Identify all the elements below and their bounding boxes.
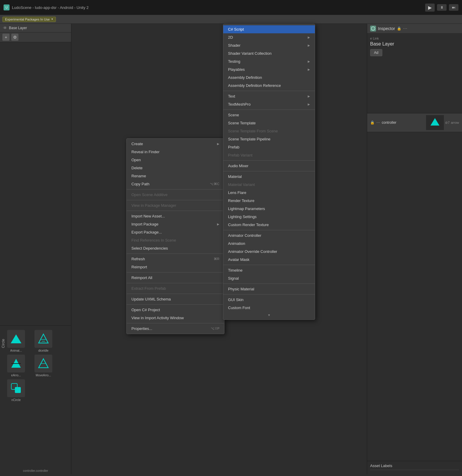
context-menu-item-viewpackage: View in Package Manager — [127, 201, 224, 209]
context-menu-item-create[interactable]: Create — [127, 140, 224, 148]
context-menu-item-importnew[interactable]: Import New Asset... — [127, 212, 224, 220]
context-menu-item-delete[interactable]: Delete — [127, 164, 224, 172]
separator — [127, 323, 224, 323]
context-menu-item-assemblydef[interactable]: Assembly Definition — [223, 73, 315, 82]
svg-marker-5 — [39, 359, 48, 368]
context-menu-item-open[interactable]: Open — [127, 156, 224, 164]
context-menu-item-reveal[interactable]: Reveal in Finder — [127, 148, 224, 156]
context-menu-item-avatarmask[interactable]: Avatar Mask — [223, 256, 315, 264]
context-menu-item-scene[interactable]: Scene — [223, 111, 315, 119]
inspector-icon: i — [370, 26, 376, 32]
context-menu-item-updateuxml[interactable]: Update UXML Schema — [127, 295, 224, 303]
context-menu-item-audiomixer[interactable]: Audio Mixer — [223, 162, 315, 170]
context-menu-item-csharp[interactable]: C# Script — [223, 25, 315, 33]
move-arrow-icon — [10, 358, 22, 369]
inspector-panel: i Inspector 🔒 ⋯ e Link Base Layer Ad — [367, 24, 462, 474]
context-menu-item-scenetemplate[interactable]: Scene Template — [223, 119, 315, 127]
list-item[interactable]: MoveArro... — [32, 355, 55, 377]
pause-button[interactable]: ⏸ — [437, 4, 447, 11]
context-menu-item-rename[interactable]: Rename — [127, 172, 224, 180]
lock-icon[interactable]: 🔒 — [370, 120, 375, 125]
lines-triangle-icon — [37, 333, 49, 345]
more-options-icon[interactable]: ⋯ — [403, 26, 407, 31]
context-menu-item-shadervariant[interactable]: Shader Variant Collection — [223, 49, 315, 57]
context-menu-item-rendertexture[interactable]: Render Texture — [223, 197, 315, 205]
context-menu-item-testing[interactable]: Testing — [223, 57, 315, 65]
context-menu-item-textmeshpro[interactable]: TextMeshPro — [223, 100, 315, 108]
next-button[interactable]: ⏭ — [449, 4, 458, 11]
context-menu-item-refresh[interactable]: Refresh ⌘R — [127, 255, 224, 263]
context-menu-item-lensflare[interactable]: Lens Flare — [223, 189, 315, 197]
separator — [127, 189, 224, 190]
list-item[interactable]: eArro... — [4, 355, 28, 377]
asset-label: nCircle — [11, 398, 21, 402]
right-panel: i Inspector 🔒 ⋯ e Link Base Layer Ad 🔒 ⋯… — [71, 24, 462, 474]
context-menu-item-playables[interactable]: Playables — [223, 65, 315, 73]
window-title: LudoScene - ludo-app-dsr - Android - Uni… — [12, 5, 89, 10]
context-menu-item-scenetemplatepipeline[interactable]: Scene Template Pipeline — [223, 135, 315, 143]
separator — [127, 304, 224, 305]
add-state-button[interactable]: + — [2, 34, 10, 41]
dots-icon[interactable]: ⋯ — [376, 120, 380, 125]
context-menu-item-lightmapparams[interactable]: Lightmap Parameters — [223, 205, 315, 213]
separator — [223, 294, 315, 295]
separator — [127, 211, 224, 211]
context-menu-item-animatoroverride[interactable]: Animator Override Controller — [223, 248, 315, 256]
controller-title: controller — [382, 120, 396, 125]
context-menu-item-2d[interactable]: 2D — [223, 33, 315, 41]
list-item[interactable]: Animat... — [4, 330, 28, 352]
add-button[interactable]: Ad — [370, 49, 382, 56]
main-layout: 👁 Base Layer + ⚙ Animat... — [0, 24, 462, 474]
animator-toolbar: + ⚙ — [0, 32, 71, 42]
list-item[interactable]: nCircle — [4, 379, 28, 402]
context-menu-item-lightingsettings[interactable]: Lighting Settings — [223, 213, 315, 221]
separator — [127, 283, 224, 283]
controller-thumb-area: ⊘7 arrow — [426, 115, 459, 130]
context-menu-item-reimport[interactable]: Reimport — [127, 263, 224, 271]
context-menu-item-timeline[interactable]: Timeline — [223, 266, 315, 274]
context-menu-item-copypath[interactable]: Copy Path ⌥⌘C — [127, 180, 224, 188]
context-menu-item-prefab[interactable]: Prefab — [223, 143, 315, 151]
svg-text:i: i — [373, 27, 373, 30]
context-menu-item-importpkg[interactable]: Import Package — [127, 220, 224, 228]
context-menu-item-animatorcontroller[interactable]: Animator Controller — [223, 231, 315, 239]
circle-label: Circle — [0, 338, 7, 349]
experimental-packages-button[interactable]: Experimental Packages In Use — [2, 17, 56, 22]
separator — [127, 253, 224, 254]
inspector-header: i Inspector 🔒 ⋯ — [367, 24, 462, 34]
context-menu-item-viewimport[interactable]: View in Import Activity Window — [127, 314, 224, 322]
separator — [127, 272, 224, 273]
controller-header: 🔒 ⋯ controller ⊘7 arrow — [367, 113, 462, 132]
context-menu-item-selectdep[interactable]: Select Dependencies — [127, 244, 224, 252]
lock-icon[interactable]: 🔒 — [397, 26, 401, 31]
context-menu-item-text[interactable]: Text — [223, 92, 315, 100]
controller-panel: 🔒 ⋯ controller ⊘7 arrow — [367, 113, 462, 132]
context-menu-item-material[interactable]: Material — [223, 173, 315, 181]
asset-label: MoveArro... — [36, 374, 51, 377]
context-submenu-create: C# Script 2D Shader Shader Variant Colle… — [223, 24, 315, 320]
context-menu-item-customfont[interactable]: Custom Font — [223, 304, 315, 312]
context-menu-item-animation[interactable]: Animation — [223, 239, 315, 248]
scroll-more-indicator: ▾ — [223, 312, 315, 318]
context-menu-item-exportpkg[interactable]: Export Package... — [127, 228, 224, 236]
list-item[interactable]: diceIdle — [32, 330, 55, 352]
link-label: e Link — [370, 37, 459, 40]
context-menu-item-properties[interactable]: Properties... ⌥⇧P — [127, 325, 224, 333]
svg-marker-11 — [430, 118, 439, 126]
context-menu-item-assemblydefref[interactable]: Assembly Definition Reference — [223, 82, 315, 90]
context-menu-item-customrendertexture[interactable]: Custom Render Texture — [223, 221, 315, 229]
context-menu-item-shader[interactable]: Shader — [223, 41, 315, 49]
app-icon: U — [4, 4, 10, 10]
context-menu-item-physicmaterial[interactable]: Physic Material — [223, 285, 315, 293]
visibility-icon: 👁 — [3, 26, 7, 30]
context-menu-item-reimportall[interactable]: Reimport All — [127, 274, 224, 282]
context-menu-item-guiskin[interactable]: GUI Skin — [223, 296, 315, 304]
asset-label: diceIdle — [38, 349, 48, 352]
asset-thumbnail — [34, 330, 52, 348]
context-menu-item-opencsharp[interactable]: Open C# Project — [127, 306, 224, 314]
asset-thumbnail — [7, 355, 25, 372]
settings-button[interactable]: ⚙ — [11, 34, 18, 41]
context-menu-item-signal[interactable]: Signal — [223, 274, 315, 282]
play-button[interactable]: ▶ — [425, 4, 435, 12]
separator — [127, 294, 224, 294]
